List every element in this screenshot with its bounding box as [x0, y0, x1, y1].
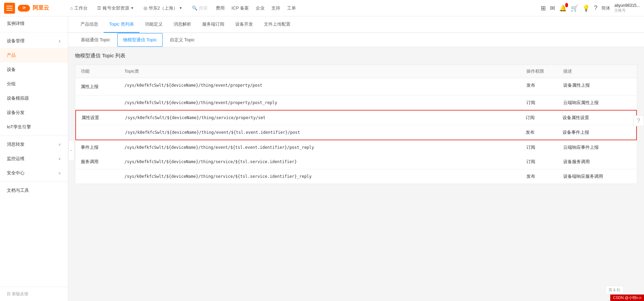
sidebar-item-monitor-ops[interactable]: 监控运维 ∨ [0, 152, 68, 166]
hamburger-button[interactable] [4, 3, 15, 14]
chevron-down-icon: ∨ [58, 157, 61, 161]
nav-account[interactable]: ☰ 账号全部资源 ▼ [92, 0, 139, 16]
table-row: /sys/k0efkfcSwlt/${deviceName}/thing/eve… [76, 125, 636, 140]
table-row: 属性上报 /sys/k0efkfcSwlt/${deviceName}/thin… [75, 78, 637, 96]
lang-icon[interactable]: 简体 [601, 5, 610, 11]
tab-file-upload[interactable]: 文件上传配置 [258, 16, 296, 33]
help-button[interactable]: ? [633, 115, 644, 126]
sidebar-collapse-toggle[interactable]: ‹ [68, 140, 74, 161]
nav-workbench[interactable]: ⌂ 工作台 [65, 0, 92, 16]
nav-search[interactable]: 🔍 搜索 [187, 0, 212, 16]
permission: 发布 [526, 173, 560, 180]
sidebar-item-instance[interactable]: 实例详情 [0, 16, 68, 31]
nav-items: ⌂ 工作台 ☰ 账号全部资源 ▼ ◎ 华东2（上海） ▼ 🔍 搜索 费用 ICP… [65, 0, 541, 16]
bell-icon[interactable]: 🔔· [559, 4, 567, 12]
sidebar-item-product[interactable]: 产品 [0, 48, 68, 62]
cart-icon[interactable]: 🛒 [571, 4, 578, 12]
sidebar-feedback[interactable]: 目 新版反馈 [0, 287, 68, 301]
notification-badge: · [565, 3, 568, 8]
tab-topic-list[interactable]: Topic 类列表 [104, 16, 139, 33]
sidebar-item-device-dist[interactable]: 设备分发 [0, 105, 68, 120]
table-row: /sys/k0efkfcSwlt/${deviceName}/thing/eve… [75, 96, 637, 110]
topic-path: /sys/k0efkfcSwlt/${deviceName}/thing/eve… [125, 130, 523, 135]
table-header: 功能 Topic类 操作权限 描述 [75, 65, 637, 78]
col-permission: 操作权限 [526, 68, 560, 74]
topic-table: 功能 Topic类 操作权限 描述 属性上报 /sys/k0efkfcSwlt/… [75, 64, 637, 184]
account-icon: ☰ [97, 5, 101, 11]
sub-tab-basic-topic[interactable]: 基础通信 Topic [75, 33, 116, 47]
nav-workorder[interactable]: 工单 [284, 0, 299, 16]
page-title: 物模型通信 Topic 列表 [75, 53, 637, 59]
main-layout: 实例详情 设备管理 ∧ 产品 设备 分组 设备模拟器 设备分发 IoT孪生引擎 … [0, 16, 644, 301]
table-row: 事件上报 /sys/k0efkfcSwlt/${deviceName}/thin… [75, 140, 637, 155]
description: 设备端响应服务调用 [563, 173, 631, 180]
sidebar: 实例详情 设备管理 ∧ 产品 设备 分组 设备模拟器 设备分发 IoT孪生引擎 … [0, 16, 68, 301]
collapse-icon: ‹ [69, 150, 74, 151]
console-icon[interactable]: ⊞ [541, 4, 546, 12]
user-account[interactable]: aliyun98315... 主账号 [614, 3, 640, 13]
chevron-down-icon: ▼ [179, 6, 182, 10]
lamp-icon[interactable]: 💡 [582, 4, 590, 12]
top-nav: ⟳ 阿里云 ⌂ 工作台 ☰ 账号全部资源 ▼ ◎ 华东2（上海） ▼ 🔍 搜索 … [0, 0, 644, 16]
page-content: 物模型通信 Topic 列表 ? 功能 Topic类 操作权限 描述 属性上报 … [68, 47, 644, 301]
home-icon: ⌂ [70, 5, 73, 11]
csdn-badge: CSDN @小明n.n [610, 295, 644, 301]
group-event-report: 事件上报 /sys/k0efkfcSwlt/${deviceName}/thin… [75, 140, 637, 155]
group-service-call: 服务调用 /sys/k0efkfcSwlt/${deviceName}/thin… [75, 155, 637, 184]
sidebar-item-device[interactable]: 设备 [0, 62, 68, 77]
aliyun-logo-text: 阿里云 [33, 4, 49, 12]
nav-region[interactable]: ◎ 华东2（上海） ▼ [139, 0, 187, 16]
tab-product-info[interactable]: 产品信息 [75, 16, 104, 33]
sidebar-item-security[interactable]: 安全中心 ∨ [0, 166, 68, 180]
message-icon[interactable]: ✉ [550, 4, 555, 12]
description: 设备服务调用 [563, 159, 631, 165]
sub-tab-bar: 基础通信 Topic 物模型通信 Topic 自定义 Topic [68, 33, 644, 47]
group-label: 服务调用 [81, 159, 122, 165]
group-label: 属性设置 [81, 115, 122, 121]
tab-func-def[interactable]: 功能定义 [139, 16, 168, 33]
nav-enterprise[interactable]: 企业 [252, 0, 268, 16]
main-tab-bar: 产品信息 Topic 类列表 功能定义 消息解析 服务端订阅 设备开发 文件上传… [68, 16, 644, 33]
nav-right: ⊞ ✉ 🔔· 🛒 💡 ? 简体 aliyun98315... 主账号 [541, 3, 640, 13]
tab-msg-parse[interactable]: 消息解析 [168, 16, 197, 33]
col-func: 功能 [81, 68, 122, 74]
table-row: 服务调用 /sys/k0efkfcSwlt/${deviceName}/thin… [75, 155, 637, 169]
nav-fee[interactable]: 费用 [212, 0, 228, 16]
permission: 订阅 [526, 115, 560, 121]
topic-path: /sys/k0efkfcSwlt/${deviceName}/thing/eve… [124, 83, 524, 88]
permission: 订阅 [526, 100, 560, 106]
nav-icp[interactable]: ICP 备案 [228, 0, 252, 16]
topic-path: /sys/k0efkfcSwlt/${deviceName}/thing/ser… [125, 115, 523, 120]
permission: 订阅 [526, 159, 560, 165]
sidebar-item-docs-tools[interactable]: 文档与工具 [0, 183, 68, 198]
chevron-up-icon: ∧ [58, 39, 61, 43]
help-icon[interactable]: ? [594, 4, 597, 12]
sidebar-item-msg-forward[interactable]: 消息转发 ∨ [0, 137, 68, 152]
sub-tab-thing-model-topic[interactable]: 物模型通信 Topic [117, 33, 163, 47]
chevron-down-icon: ∨ [58, 142, 61, 147]
topic-path: /sys/k0efkfcSwlt/${deviceName}/thing/eve… [124, 145, 524, 150]
search-icon: 🔍 [192, 5, 197, 11]
nav-support[interactable]: 支持 [268, 0, 284, 16]
description: 设备事件上报 [563, 129, 631, 135]
sub-tab-custom-topic[interactable]: 自定义 Topic [164, 33, 200, 47]
sidebar-item-device-mgmt[interactable]: 设备管理 ∧ [0, 34, 68, 48]
sidebar-item-group[interactable]: 分组 [0, 77, 68, 91]
aliyun-logo-icon: ⟳ [18, 5, 30, 12]
content-area: 产品信息 Topic 类列表 功能定义 消息解析 服务端订阅 设备开发 文件上传… [68, 16, 644, 301]
permission: 发布 [526, 82, 560, 88]
table-row: 属性设置 /sys/k0efkfcSwlt/${deviceName}/thin… [76, 111, 636, 125]
topic-path: /sys/k0efkfcSwlt/${deviceName}/thing/ser… [124, 159, 524, 164]
table-row: /sys/k0efkfcSwlt/${deviceName}/thing/ser… [75, 169, 637, 184]
tab-service-sub[interactable]: 服务端订阅 [197, 16, 230, 33]
tab-device-dev[interactable]: 设备开发 [230, 16, 258, 33]
topic-path: /sys/k0efkfcSwlt/${deviceName}/thing/eve… [124, 100, 524, 105]
col-desc: 描述 [563, 68, 631, 74]
chevron-down-icon: ∨ [58, 171, 61, 175]
logo-area: ⟳ 阿里云 [4, 3, 65, 14]
sidebar-item-device-sim[interactable]: 设备模拟器 [0, 91, 68, 105]
description: 设备属性上报 [563, 82, 631, 88]
location-icon: ◎ [144, 5, 147, 11]
sidebar-item-iot-twin[interactable]: IoT孪生引擎 [0, 120, 68, 134]
group-label: 事件上报 [81, 144, 122, 150]
